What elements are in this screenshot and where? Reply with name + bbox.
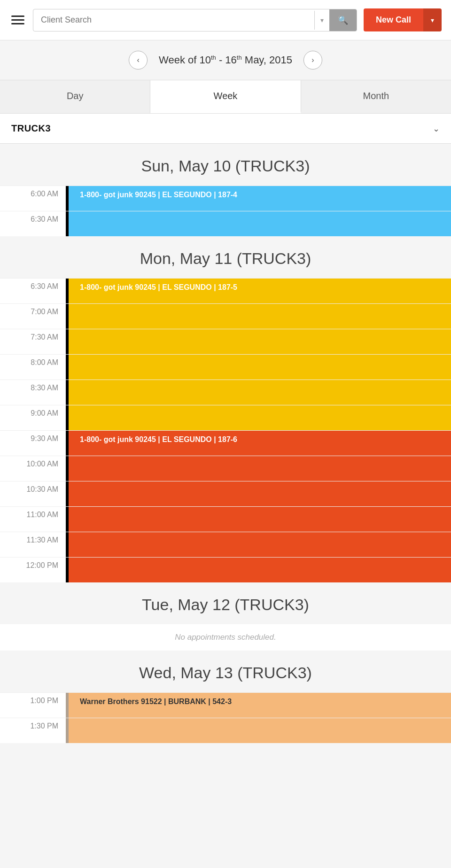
chevron-down-icon: ⌄ bbox=[433, 124, 440, 134]
time-row: 1:30 PM bbox=[0, 718, 451, 743]
week-navigation: ‹ Week of 10th - 16th May, 2015 › bbox=[0, 40, 451, 80]
new-call-group: New Call ▾ bbox=[364, 8, 442, 31]
new-call-button[interactable]: New Call bbox=[364, 8, 423, 31]
hamburger-menu[interactable] bbox=[9, 14, 26, 26]
week-label: Week of 10th - 16th May, 2015 bbox=[159, 54, 292, 66]
time-label: 6:30 AM bbox=[0, 211, 66, 236]
day-section-wed: Wed, May 13 (TRUCK3) 1:00 PM Warner Brot… bbox=[0, 651, 451, 743]
time-row: 6:30 AM bbox=[0, 211, 451, 236]
time-label: 1:30 PM bbox=[0, 718, 66, 743]
prev-week-button[interactable]: ‹ bbox=[129, 51, 148, 70]
truck-selector[interactable]: TRUCK3 ⌄ bbox=[0, 114, 451, 144]
appointment-continuation bbox=[66, 211, 451, 236]
calendar: Sun, May 10 (TRUCK3) 6:00 AM 1-800- got … bbox=[0, 144, 451, 743]
next-week-button[interactable]: › bbox=[303, 51, 322, 70]
day-header-tue: Tue, May 12 (TRUCK3) bbox=[0, 582, 451, 624]
appointment-text: 1-800- got junk 90245 | EL SEGUNDO | 187… bbox=[75, 283, 237, 292]
day-header-mon: Mon, May 11 (TRUCK3) bbox=[0, 236, 451, 278]
day-header-sun: Sun, May 10 (TRUCK3) bbox=[0, 144, 451, 186]
time-label: 12:00 PM bbox=[0, 558, 66, 582]
time-row: 7:30 AM bbox=[0, 329, 451, 354]
time-row: 1:00 PM Warner Brothers 91522 | BURBANK … bbox=[0, 692, 451, 718]
time-row: 6:30 AM 1-800- got junk 90245 | EL SEGUN… bbox=[0, 278, 451, 303]
time-row: 9:30 AM 1-800- got junk 90245 | EL SEGUN… bbox=[0, 430, 451, 456]
time-block-sun: 6:00 AM 1-800- got junk 90245 | EL SEGUN… bbox=[0, 186, 451, 236]
time-label: 6:30 AM bbox=[0, 279, 66, 303]
time-label: 11:00 AM bbox=[0, 507, 66, 532]
time-label: 9:00 AM bbox=[0, 405, 66, 430]
chevron-down-icon: ▾ bbox=[431, 16, 434, 24]
time-label: 7:30 AM bbox=[0, 329, 66, 354]
time-row: 8:00 AM bbox=[0, 354, 451, 380]
new-call-dropdown-button[interactable]: ▾ bbox=[423, 8, 442, 31]
day-section-tue: Tue, May 12 (TRUCK3) No appointments sch… bbox=[0, 582, 451, 651]
time-block-wed: 1:00 PM Warner Brothers 91522 | BURBANK … bbox=[0, 692, 451, 743]
day-section-sun: Sun, May 10 (TRUCK3) 6:00 AM 1-800- got … bbox=[0, 144, 451, 236]
right-arrow-icon: › bbox=[311, 56, 314, 64]
time-row: 7:00 AM bbox=[0, 303, 451, 329]
time-label: 8:00 AM bbox=[0, 355, 66, 380]
search-button[interactable]: 🔍 bbox=[329, 9, 357, 31]
time-label: 1:00 PM bbox=[0, 693, 66, 718]
time-row: 10:00 AM bbox=[0, 456, 451, 481]
time-label: 11:30 AM bbox=[0, 532, 66, 557]
time-row: 11:00 AM bbox=[0, 506, 451, 532]
time-row: 9:00 AM bbox=[0, 405, 451, 430]
no-appointments-text: No appointments scheduled. bbox=[0, 624, 451, 651]
search-input[interactable] bbox=[33, 9, 314, 31]
time-label: 8:30 AM bbox=[0, 380, 66, 405]
search-icon: 🔍 bbox=[338, 16, 348, 25]
appointment-text: Warner Brothers 91522 | BURBANK | 542-3 bbox=[75, 698, 232, 706]
appointment-block[interactable]: 1-800- got junk 90245 | EL SEGUNDO | 187… bbox=[66, 431, 451, 456]
day-section-mon: Mon, May 11 (TRUCK3) 6:30 AM 1-800- got … bbox=[0, 236, 451, 582]
time-label: 6:00 AM bbox=[0, 186, 66, 211]
appointment-block[interactable]: 1-800- got junk 90245 | EL SEGUNDO | 187… bbox=[66, 279, 451, 303]
time-row: 8:30 AM bbox=[0, 380, 451, 405]
time-label: 7:00 AM bbox=[0, 304, 66, 329]
appointment-text: 1-800- got junk 90245 | EL SEGUNDO | 187… bbox=[75, 435, 237, 444]
day-header-wed: Wed, May 13 (TRUCK3) bbox=[0, 651, 451, 692]
tab-day[interactable]: Day bbox=[0, 80, 150, 113]
appointment-block[interactable]: 1-800- got junk 90245 | EL SEGUNDO | 187… bbox=[66, 186, 451, 211]
left-arrow-icon: ‹ bbox=[137, 56, 139, 64]
time-label: 10:30 AM bbox=[0, 481, 66, 506]
chevron-down-icon: ▾ bbox=[320, 16, 324, 24]
appointment-block[interactable]: Warner Brothers 91522 | BURBANK | 542-3 bbox=[66, 693, 451, 718]
time-block-mon: 6:30 AM 1-800- got junk 90245 | EL SEGUN… bbox=[0, 278, 451, 582]
time-row: 12:00 PM bbox=[0, 557, 451, 582]
app-header: ▾ 🔍 New Call ▾ bbox=[0, 0, 451, 40]
time-row: 10:30 AM bbox=[0, 481, 451, 506]
time-label: 10:00 AM bbox=[0, 456, 66, 481]
tab-week[interactable]: Week bbox=[150, 80, 301, 113]
truck-label: TRUCK3 bbox=[11, 123, 51, 134]
search-dropdown-button[interactable]: ▾ bbox=[314, 11, 329, 30]
tab-month[interactable]: Month bbox=[301, 80, 451, 113]
appointment-text: 1-800- got junk 90245 | EL SEGUNDO | 187… bbox=[75, 191, 237, 199]
time-row: 6:00 AM 1-800- got junk 90245 | EL SEGUN… bbox=[0, 186, 451, 211]
search-wrapper: ▾ 🔍 bbox=[33, 9, 357, 31]
view-tabs: Day Week Month bbox=[0, 80, 451, 114]
time-label: 9:30 AM bbox=[0, 431, 66, 456]
time-row: 11:30 AM bbox=[0, 532, 451, 557]
